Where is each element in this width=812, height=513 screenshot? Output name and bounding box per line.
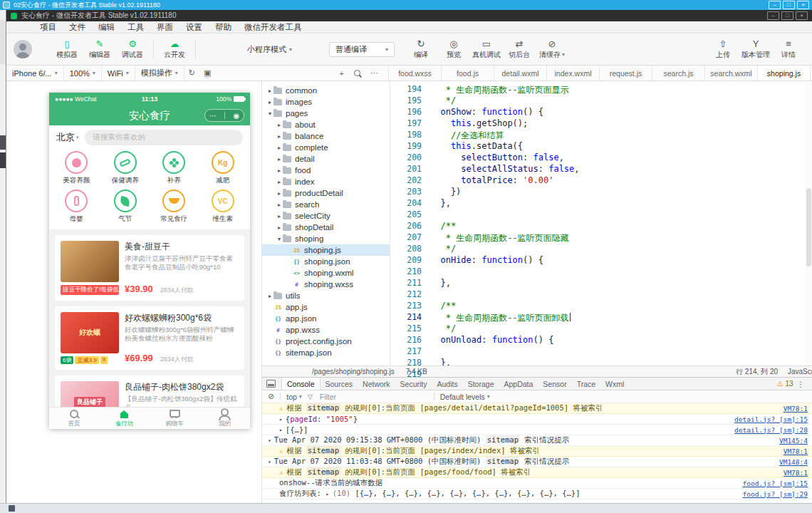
editor-tab[interactable]: food.wxss xyxy=(389,66,442,81)
tabbar-item[interactable]: 首页 xyxy=(49,408,100,429)
window-titlebar[interactable]: 安心食疗 - 微信开发者工具 Stable v1.02.1911180 – □ … xyxy=(6,10,812,21)
tree-folder[interactable]: ▸shopDetail xyxy=(262,222,390,233)
menu-item[interactable]: 文件 xyxy=(63,22,92,33)
tree-file[interactable]: {}project.config.json xyxy=(262,336,390,347)
tree-file[interactable]: <>shoping.wxml xyxy=(262,267,390,279)
expand-arrow-icon[interactable]: ▾ xyxy=(268,437,271,444)
avatar[interactable] xyxy=(14,40,32,58)
editor-tab[interactable]: shoping.js xyxy=(758,66,811,81)
devtools-tab[interactable]: Sensor xyxy=(538,378,571,390)
details-button[interactable]: ≡详情 xyxy=(772,39,805,60)
tabbar-item[interactable]: 我的 xyxy=(200,408,251,429)
console-obj[interactable]: ▸[{…}]detail.js? [sm]:28 xyxy=(262,425,812,435)
tree-folder[interactable]: ▸search xyxy=(262,199,390,210)
maximize-icon[interactable]: □ xyxy=(781,11,793,20)
console-group[interactable]: ▾Tue Apr 07 2020 11:03:48 GMT+0800 (中国标准… xyxy=(262,457,812,467)
editor-tab[interactable]: index.wxml xyxy=(547,66,600,81)
category-item[interactable]: 常见食疗 xyxy=(150,190,199,224)
devtools-tab[interactable]: Storage xyxy=(463,378,499,390)
clear-cache-button[interactable]: ⊘清缓存▾ xyxy=(536,39,568,60)
editor-tab[interactable]: food.js xyxy=(442,66,494,81)
device-select[interactable]: iPhone 6/... ▾ xyxy=(6,66,64,81)
rotate-icon[interactable]: ↻ xyxy=(184,68,199,78)
simulator-button[interactable]: ▯模拟器 xyxy=(51,39,83,60)
menu-item[interactable]: 微信开发者工具 xyxy=(238,22,308,33)
category-item[interactable]: Kg减肥 xyxy=(199,151,248,185)
tree-folder[interactable]: ▸about xyxy=(262,119,390,130)
menu-item[interactable]: 项目 xyxy=(33,22,63,33)
scrollbar-thumb[interactable] xyxy=(806,188,811,266)
editor-tab[interactable]: search.js xyxy=(652,66,705,81)
source-link[interactable]: VM145:4 xyxy=(772,437,808,445)
compile-button[interactable]: ↻编译 xyxy=(405,39,437,60)
close-icon[interactable]: × xyxy=(797,1,809,9)
outer-window-titlebar[interactable]: 02安心食疗 - 微信开发者工具 Stable v1.02.1911180 – … xyxy=(0,0,812,10)
console-obj[interactable]: ▸{pageId: "1005"}detail.js? [sm]:15 xyxy=(262,414,812,425)
upload-button[interactable]: ⇧上传 xyxy=(707,39,739,60)
category-item[interactable]: VC维生素 xyxy=(199,190,248,224)
editor-scrollbar[interactable] xyxy=(806,81,812,366)
remote-debug-button[interactable]: ▭真机调试 xyxy=(470,39,503,60)
taskbar-icon[interactable] xyxy=(9,505,15,512)
filter-input[interactable] xyxy=(318,392,428,402)
minimize-icon[interactable]: – xyxy=(769,1,781,9)
expand-arrow-icon[interactable]: ▸ xyxy=(279,416,283,423)
language-mode[interactable]: JavaScript xyxy=(788,368,812,375)
category-item[interactable]: 气节 xyxy=(101,190,150,224)
cloud-button[interactable]: ☁云开发 xyxy=(158,39,191,60)
console-group[interactable]: ▾Tue Apr 07 2020 09:15:38 GMT+0800 (中国标准… xyxy=(262,435,812,446)
expand-arrow-icon[interactable]: ▾ xyxy=(268,459,271,465)
city-selector[interactable]: 北京 ▾ xyxy=(56,131,79,144)
tree-file[interactable]: {}shoping.json xyxy=(262,256,390,267)
editor-tab[interactable]: detail.wxml xyxy=(494,66,547,81)
devtools-tab[interactable]: Console xyxy=(281,378,321,390)
search-input[interactable]: 请搜索你喜欢的 xyxy=(85,130,243,145)
simulate-action-select[interactable]: 模拟操作 ▾ xyxy=(135,66,184,81)
more-button[interactable]: ⋯ xyxy=(209,112,217,120)
log-level-select[interactable]: Default levels ▾ xyxy=(440,393,490,401)
tree-folder[interactable]: ▸index xyxy=(262,176,390,187)
tree-folder[interactable]: ▾pages xyxy=(262,108,390,119)
product-card[interactable]: 好欢螺6袋立减3.99好欢螺螺蛳粉300g*6袋好欢螺螺蛳粉300g*6袋柳州特… xyxy=(55,306,244,370)
product-card[interactable]: 良品铺子良品铺子-肉松饼380gx2袋【良品铺子-肉松饼380gx2袋】传统糕点 xyxy=(55,375,244,407)
tabbar-item[interactable]: 食疗坊 xyxy=(100,408,150,429)
tree-folder[interactable]: ▾shoping xyxy=(262,233,390,244)
zoom-select[interactable]: 100% ▾ xyxy=(64,66,102,81)
category-item[interactable]: 美容养颜 xyxy=(52,151,101,185)
tree-folder[interactable]: ▸utils xyxy=(262,290,390,301)
tree-folder[interactable]: ▸detail xyxy=(262,153,390,165)
menu-item[interactable]: 界面 xyxy=(150,22,179,33)
category-item[interactable]: 保健调养 xyxy=(101,151,150,185)
editor-tab[interactable]: search.wxml xyxy=(705,66,758,81)
clear-console-icon[interactable]: ⊘ xyxy=(268,392,274,401)
devtools-tab[interactable]: Network xyxy=(358,378,395,390)
editor-tab[interactable]: request.js xyxy=(600,66,652,81)
tree-file[interactable]: JSshoping.js xyxy=(262,244,390,256)
context-select[interactable]: top ▾ xyxy=(286,393,302,401)
minimize-icon[interactable]: – xyxy=(767,11,779,20)
add-file-icon[interactable]: + xyxy=(335,69,348,78)
debugger-button[interactable]: ⚙调试器 xyxy=(116,39,149,60)
network-select[interactable]: WiFi ▾ xyxy=(102,66,135,81)
warning-count[interactable]: ⚠ 13 xyxy=(776,380,793,388)
devtools-tab[interactable]: Wxml xyxy=(600,378,629,390)
devtools-tab[interactable]: Audits xyxy=(432,378,463,390)
tree-file[interactable]: JSapp.js xyxy=(262,301,390,313)
close-icon[interactable]: × xyxy=(796,11,808,20)
tree-file[interactable]: {}sitemap.json xyxy=(262,347,390,358)
tree-file[interactable]: {}app.json xyxy=(262,313,390,324)
screenshot-icon[interactable]: ▣ xyxy=(199,68,215,78)
tree-file[interactable]: #app.wxss xyxy=(262,324,390,336)
dock-side-icon[interactable] xyxy=(266,380,276,388)
source-link[interactable]: VM148:4 xyxy=(772,458,808,466)
source-link[interactable]: VM78:1 xyxy=(776,469,808,477)
menu-item[interactable]: 编辑 xyxy=(92,22,121,33)
product-card[interactable]: 甜豆干降价了!每袋低至2.7美食-甜豆干津津卤汁豆腐干苏州特产豆干零食素食老字号… xyxy=(55,235,244,301)
category-item[interactable]: 母婴 xyxy=(52,190,101,224)
tree-folder[interactable]: ▸complete xyxy=(262,142,390,153)
source-link[interactable]: VM78:1 xyxy=(776,405,808,413)
more-icon[interactable]: ⋯ xyxy=(366,68,382,78)
devtools-tab[interactable]: Trace xyxy=(572,378,600,390)
source-link[interactable]: food.js? [sm]:15 xyxy=(735,480,808,487)
code-editor[interactable]: 1941951961971981992002012022032042052062… xyxy=(390,81,812,366)
